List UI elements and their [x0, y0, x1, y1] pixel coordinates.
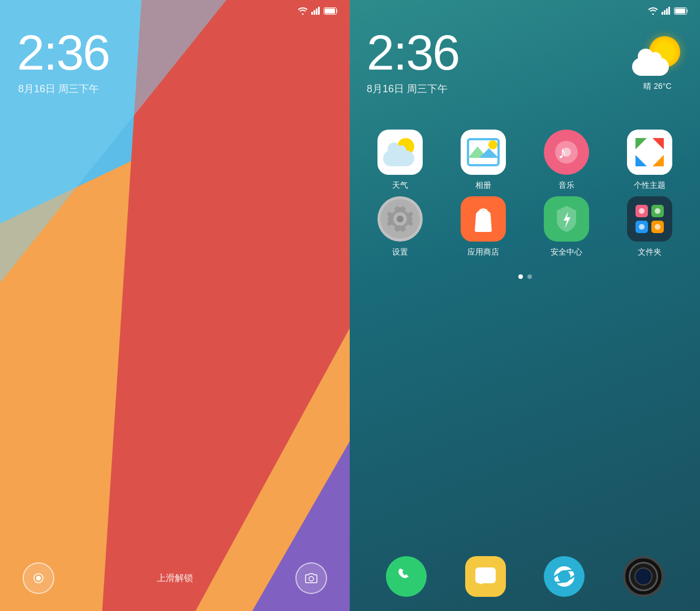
svg-point-57 — [655, 208, 660, 214]
page-dot-1[interactable] — [518, 274, 523, 279]
app-gallery-label: 相册 — [475, 180, 491, 191]
svg-point-44 — [645, 148, 654, 157]
svg-rect-14 — [311, 12, 313, 15]
home-wifi-icon — [648, 7, 658, 16]
security-svg — [547, 199, 586, 239]
weather-text: 晴 26°C — [643, 81, 671, 92]
music-svg: ♪ — [547, 132, 586, 172]
app-settings[interactable]: 设置 — [361, 196, 439, 257]
app-weather[interactable]: 天气 — [361, 130, 439, 191]
svg-rect-26 — [666, 8, 668, 15]
home-status-bar — [350, 0, 700, 16]
lock-record-button[interactable] — [23, 562, 54, 594]
svg-rect-29 — [675, 8, 685, 14]
svg-rect-25 — [664, 10, 665, 15]
camera-lens — [634, 567, 652, 586]
dock-message[interactable] — [465, 556, 506, 597]
dock-browser[interactable] — [544, 556, 585, 597]
app-security-label: 安全中心 — [551, 247, 582, 257]
settings-svg — [380, 199, 420, 239]
home-time-block: 2:36 8月16日 周三下午 — [367, 28, 459, 96]
svg-rect-27 — [668, 7, 670, 15]
dock-phone[interactable] — [386, 556, 427, 597]
svg-rect-17 — [318, 7, 320, 15]
weather-condition: 晴 — [643, 81, 651, 91]
message-icon — [474, 566, 497, 587]
lock-slide-label[interactable]: 上滑解锁 — [157, 573, 193, 584]
svg-point-64 — [558, 570, 570, 583]
app-settings-label: 设置 — [392, 247, 408, 257]
lock-content: 2:36 8月16日 周三下午 上滑解锁 — [0, 0, 350, 611]
home-content: 2:36 8月16日 周三下午 晴 26°C — [350, 0, 700, 611]
dock-camera[interactable] — [623, 556, 664, 597]
app-weather-label: 天气 — [392, 180, 408, 191]
theme-svg — [627, 130, 672, 175]
home-screen: 2:36 8月16日 周三下午 晴 26°C — [350, 0, 700, 611]
home-signal-icon — [662, 7, 671, 16]
battery-icon — [324, 7, 338, 16]
home-time: 2:36 — [367, 28, 459, 78]
app-folder-label: 文件夹 — [638, 247, 662, 257]
app-appstore[interactable]: 应用商店 — [444, 196, 522, 257]
cloud-shape — [632, 58, 669, 76]
lock-status-bar — [0, 0, 350, 16]
weather-icon — [632, 33, 683, 79]
home-header: 2:36 8月16日 周三下午 晴 26°C — [350, 16, 700, 96]
dock — [350, 548, 700, 611]
svg-point-21 — [36, 576, 41, 580]
svg-rect-15 — [314, 10, 315, 15]
app-gallery[interactable]: 相册 — [444, 130, 522, 191]
app-music-label: 音乐 — [559, 180, 574, 191]
app-theme-label: 个性主题 — [634, 180, 665, 191]
lock-camera-button[interactable] — [295, 562, 327, 594]
lock-bottom-bar: 上滑解锁 — [0, 551, 350, 611]
svg-point-34 — [488, 140, 497, 149]
svg-point-22 — [309, 576, 314, 581]
folder-svg — [630, 199, 669, 239]
phone-icon — [396, 566, 416, 587]
app-theme[interactable]: 个性主题 — [611, 130, 689, 191]
app-folder[interactable]: 文件夹 — [611, 196, 689, 257]
svg-rect-60 — [475, 567, 496, 583]
svg-rect-51 — [630, 199, 669, 239]
home-battery-icon — [674, 7, 689, 16]
wifi-icon — [298, 7, 308, 16]
svg-point-47 — [397, 216, 403, 222]
svg-rect-19 — [325, 8, 335, 14]
lock-screen: 2:36 8月16日 周三下午 上滑解锁 — [0, 0, 350, 611]
svg-rect-24 — [662, 12, 663, 15]
svg-text:♪: ♪ — [558, 143, 566, 162]
svg-point-59 — [655, 224, 660, 230]
lock-time: 2:36 — [0, 16, 350, 78]
svg-point-23 — [652, 14, 654, 15]
weather-widget: 晴 26°C — [632, 28, 683, 92]
app-security[interactable]: 安全中心 — [528, 196, 605, 257]
app-appstore-label: 应用商店 — [467, 247, 499, 257]
page-dots — [350, 269, 700, 290]
signal-icon — [311, 7, 320, 16]
weather-temp: 26°C — [654, 81, 671, 91]
browser-icon — [552, 564, 577, 589]
svg-point-56 — [639, 208, 645, 214]
appstore-svg — [463, 199, 503, 239]
svg-point-58 — [639, 224, 645, 230]
app-music[interactable]: ♪ 音乐 — [528, 130, 605, 191]
camera-inner-ring — [629, 562, 658, 591]
app-grid-row1: 天气 相册 — [350, 96, 700, 269]
page-dot-2[interactable] — [527, 274, 532, 279]
gallery-svg — [463, 132, 503, 172]
svg-point-13 — [302, 14, 304, 15]
svg-rect-16 — [316, 8, 317, 15]
